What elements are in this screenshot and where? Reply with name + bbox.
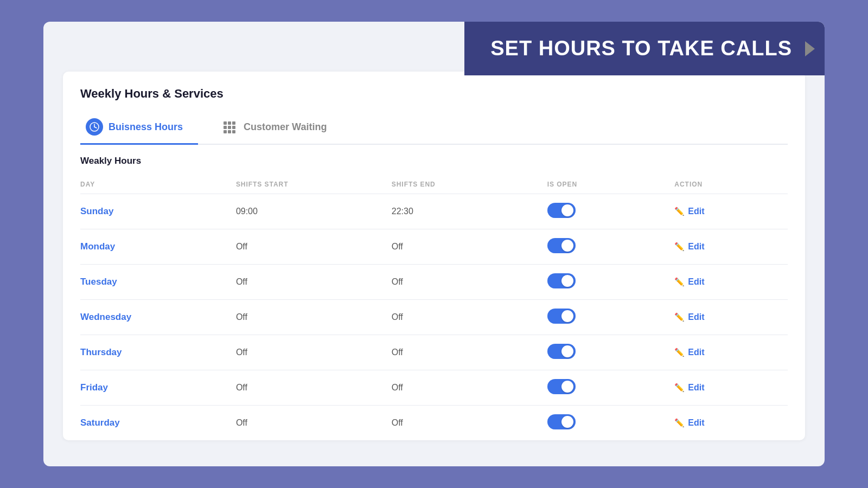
cell-action: ✏️Edit	[674, 194, 788, 229]
pencil-icon: ✏️	[674, 348, 685, 357]
edit-button[interactable]: ✏️Edit	[674, 207, 704, 216]
cell-action: ✏️Edit	[674, 300, 788, 335]
svg-line-2	[94, 127, 97, 128]
cell-is-open	[547, 370, 675, 406]
table-row: MondayOffOff✏️Edit	[80, 229, 788, 265]
table-row: WednesdayOffOff✏️Edit	[80, 300, 788, 335]
edit-button[interactable]: ✏️Edit	[674, 348, 704, 357]
toggle-switch[interactable]	[547, 309, 576, 324]
cell-is-open	[547, 300, 675, 335]
pencil-icon: ✏️	[674, 312, 685, 322]
grid-icon	[221, 119, 238, 136]
tabs-row: Buisness Hours Customer Waiting	[80, 113, 788, 145]
col-is-open: IS OPEN	[547, 176, 675, 194]
edit-label: Edit	[688, 277, 704, 287]
table-row: SaturdayOffOff✏️Edit	[80, 406, 788, 441]
cell-shifts-end: Off	[392, 265, 547, 300]
edit-button[interactable]: ✏️Edit	[674, 418, 704, 428]
cell-action: ✏️Edit	[674, 265, 788, 300]
cell-action: ✏️Edit	[674, 335, 788, 370]
col-shifts-start: SHIFTS START	[236, 176, 392, 194]
cell-is-open	[547, 265, 675, 300]
cell-shifts-start: Off	[236, 370, 392, 406]
table-section: Weakly Hours DAY SHIFTS START SHIFTS END…	[80, 145, 788, 440]
banner-arrow-icon	[805, 41, 815, 56]
edit-button[interactable]: ✏️Edit	[674, 277, 704, 287]
cell-day: Wednesday	[80, 300, 236, 335]
pencil-icon: ✏️	[674, 383, 685, 393]
cell-is-open	[547, 406, 675, 441]
cell-day: Saturday	[80, 406, 236, 441]
table-row: FridayOffOff✏️Edit	[80, 370, 788, 406]
section-title: Weakly Hours	[80, 156, 788, 166]
main-card: SET HOURS TO TAKE CALLS Weekly Hours & S…	[43, 22, 825, 466]
cell-is-open	[547, 194, 675, 229]
edit-button[interactable]: ✏️Edit	[674, 312, 704, 322]
clock-icon	[86, 118, 103, 136]
edit-label: Edit	[688, 207, 704, 216]
cell-day: Thursday	[80, 335, 236, 370]
cell-is-open	[547, 229, 675, 265]
cell-action: ✏️Edit	[674, 406, 788, 441]
inner-card: Weekly Hours & Services Buis	[63, 72, 805, 440]
cell-shifts-start: 09:00	[236, 194, 392, 229]
table-row: Sunday09:0022:30✏️Edit	[80, 194, 788, 229]
table-row: ThursdayOffOff✏️Edit	[80, 335, 788, 370]
edit-button[interactable]: ✏️Edit	[674, 242, 704, 252]
cell-day: Monday	[80, 229, 236, 265]
cell-day: Tuesday	[80, 265, 236, 300]
pencil-icon: ✏️	[674, 207, 685, 216]
col-shifts-end: SHIFTS END	[392, 176, 547, 194]
cell-shifts-start: Off	[236, 300, 392, 335]
toggle-switch[interactable]	[547, 379, 576, 394]
header-banner: SET HOURS TO TAKE CALLS	[464, 22, 825, 75]
pencil-icon: ✏️	[674, 418, 685, 428]
page-background: SET HOURS TO TAKE CALLS Weekly Hours & S…	[0, 0, 868, 488]
pencil-icon: ✏️	[674, 277, 685, 287]
cell-action: ✏️Edit	[674, 229, 788, 265]
toggle-switch[interactable]	[547, 344, 576, 359]
edit-label: Edit	[688, 312, 704, 322]
header-title: SET HOURS TO TAKE CALLS	[490, 37, 792, 60]
cell-shifts-end: Off	[392, 300, 547, 335]
cell-day: Sunday	[80, 194, 236, 229]
edit-label: Edit	[688, 383, 704, 393]
cell-shifts-end: Off	[392, 406, 547, 441]
tab-customer-waiting-label: Customer Waiting	[244, 121, 327, 133]
toggle-switch[interactable]	[547, 238, 576, 253]
cell-day: Friday	[80, 370, 236, 406]
cell-shifts-start: Off	[236, 335, 392, 370]
toggle-switch[interactable]	[547, 273, 576, 288]
col-action: ACTION	[674, 176, 788, 194]
cell-shifts-start: Off	[236, 265, 392, 300]
col-day: DAY	[80, 176, 236, 194]
hours-table: DAY SHIFTS START SHIFTS END IS OPEN ACTI…	[80, 176, 788, 440]
tab-business-hours-label: Buisness Hours	[108, 121, 183, 133]
edit-button[interactable]: ✏️Edit	[674, 383, 704, 393]
toggle-switch[interactable]	[547, 414, 576, 429]
cell-shifts-start: Off	[236, 406, 392, 441]
cell-shifts-end: Off	[392, 370, 547, 406]
cell-shifts-end: Off	[392, 335, 547, 370]
table-row: TuesdayOffOff✏️Edit	[80, 265, 788, 300]
tab-business-hours[interactable]: Buisness Hours	[80, 113, 198, 145]
tab-customer-waiting[interactable]: Customer Waiting	[215, 113, 342, 144]
edit-label: Edit	[688, 418, 704, 428]
edit-label: Edit	[688, 242, 704, 252]
cell-is-open	[547, 335, 675, 370]
cell-shifts-end: Off	[392, 229, 547, 265]
edit-label: Edit	[688, 348, 704, 357]
cell-shifts-end: 22:30	[392, 194, 547, 229]
toggle-switch[interactable]	[547, 203, 576, 218]
card-title: Weekly Hours & Services	[80, 87, 788, 101]
pencil-icon: ✏️	[674, 242, 685, 252]
cell-action: ✏️Edit	[674, 370, 788, 406]
cell-shifts-start: Off	[236, 229, 392, 265]
